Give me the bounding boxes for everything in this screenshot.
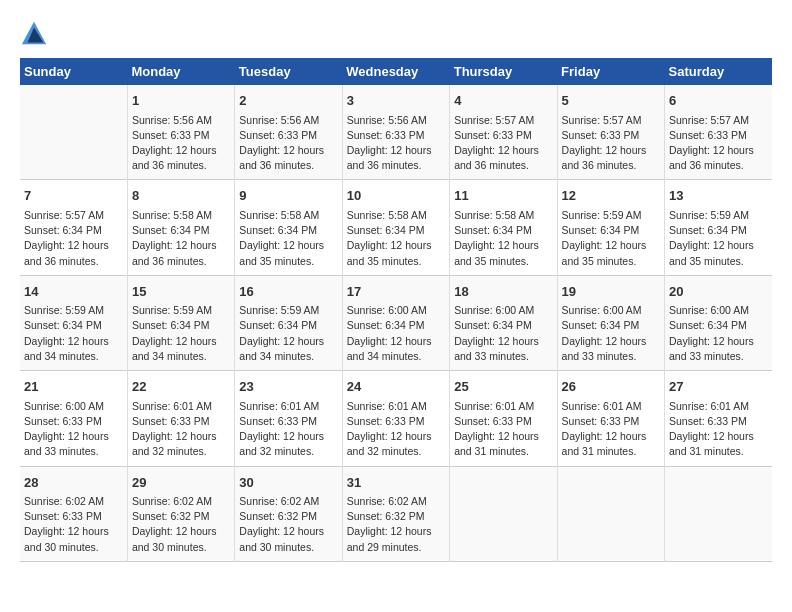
calendar-cell: 3Sunrise: 5:56 AM Sunset: 6:33 PM Daylig…: [342, 85, 449, 180]
calendar-week-row: 14Sunrise: 5:59 AM Sunset: 6:34 PM Dayli…: [20, 275, 772, 370]
calendar-cell: 12Sunrise: 5:59 AM Sunset: 6:34 PM Dayli…: [557, 180, 664, 275]
calendar-cell: 23Sunrise: 6:01 AM Sunset: 6:33 PM Dayli…: [235, 371, 342, 466]
day-of-week-header: Monday: [127, 58, 234, 85]
page-header: [20, 20, 772, 48]
calendar-cell: 28Sunrise: 6:02 AM Sunset: 6:33 PM Dayli…: [20, 466, 127, 561]
calendar-cell: 24Sunrise: 6:01 AM Sunset: 6:33 PM Dayli…: [342, 371, 449, 466]
calendar-cell: 29Sunrise: 6:02 AM Sunset: 6:32 PM Dayli…: [127, 466, 234, 561]
day-number: 20: [669, 282, 768, 302]
calendar-cell: 9Sunrise: 5:58 AM Sunset: 6:34 PM Daylig…: [235, 180, 342, 275]
day-info: Sunrise: 6:00 AM Sunset: 6:34 PM Dayligh…: [562, 303, 660, 364]
day-number: 10: [347, 186, 445, 206]
day-number: 2: [239, 91, 337, 111]
day-number: 28: [24, 473, 123, 493]
day-of-week-header: Sunday: [20, 58, 127, 85]
calendar-cell: 31Sunrise: 6:02 AM Sunset: 6:32 PM Dayli…: [342, 466, 449, 561]
calendar-cell: [557, 466, 664, 561]
day-info: Sunrise: 6:02 AM Sunset: 6:32 PM Dayligh…: [347, 494, 445, 555]
day-of-week-header: Thursday: [450, 58, 557, 85]
calendar-cell: 19Sunrise: 6:00 AM Sunset: 6:34 PM Dayli…: [557, 275, 664, 370]
day-number: 31: [347, 473, 445, 493]
day-number: 27: [669, 377, 768, 397]
calendar-cell: 26Sunrise: 6:01 AM Sunset: 6:33 PM Dayli…: [557, 371, 664, 466]
day-number: 3: [347, 91, 445, 111]
day-number: 7: [24, 186, 123, 206]
day-number: 13: [669, 186, 768, 206]
day-info: Sunrise: 5:57 AM Sunset: 6:33 PM Dayligh…: [454, 113, 552, 174]
day-number: 24: [347, 377, 445, 397]
day-number: 11: [454, 186, 552, 206]
calendar-cell: 20Sunrise: 6:00 AM Sunset: 6:34 PM Dayli…: [665, 275, 772, 370]
day-number: 26: [562, 377, 660, 397]
calendar-cell: 21Sunrise: 6:00 AM Sunset: 6:33 PM Dayli…: [20, 371, 127, 466]
day-info: Sunrise: 5:56 AM Sunset: 6:33 PM Dayligh…: [239, 113, 337, 174]
day-info: Sunrise: 6:00 AM Sunset: 6:33 PM Dayligh…: [24, 399, 123, 460]
day-info: Sunrise: 6:00 AM Sunset: 6:34 PM Dayligh…: [454, 303, 552, 364]
day-of-week-header: Wednesday: [342, 58, 449, 85]
calendar-week-row: 1Sunrise: 5:56 AM Sunset: 6:33 PM Daylig…: [20, 85, 772, 180]
day-info: Sunrise: 6:00 AM Sunset: 6:34 PM Dayligh…: [347, 303, 445, 364]
day-number: 19: [562, 282, 660, 302]
day-number: 15: [132, 282, 230, 302]
day-info: Sunrise: 6:01 AM Sunset: 6:33 PM Dayligh…: [132, 399, 230, 460]
day-number: 17: [347, 282, 445, 302]
calendar-cell: 18Sunrise: 6:00 AM Sunset: 6:34 PM Dayli…: [450, 275, 557, 370]
day-info: Sunrise: 6:01 AM Sunset: 6:33 PM Dayligh…: [239, 399, 337, 460]
day-info: Sunrise: 6:02 AM Sunset: 6:33 PM Dayligh…: [24, 494, 123, 555]
calendar-header-row: SundayMondayTuesdayWednesdayThursdayFrid…: [20, 58, 772, 85]
day-info: Sunrise: 6:02 AM Sunset: 6:32 PM Dayligh…: [132, 494, 230, 555]
day-info: Sunrise: 5:58 AM Sunset: 6:34 PM Dayligh…: [132, 208, 230, 269]
day-info: Sunrise: 6:01 AM Sunset: 6:33 PM Dayligh…: [454, 399, 552, 460]
calendar-cell: 16Sunrise: 5:59 AM Sunset: 6:34 PM Dayli…: [235, 275, 342, 370]
day-number: 23: [239, 377, 337, 397]
day-number: 29: [132, 473, 230, 493]
calendar-cell: 7Sunrise: 5:57 AM Sunset: 6:34 PM Daylig…: [20, 180, 127, 275]
day-number: 22: [132, 377, 230, 397]
day-number: 9: [239, 186, 337, 206]
day-number: 21: [24, 377, 123, 397]
day-number: 16: [239, 282, 337, 302]
day-info: Sunrise: 5:59 AM Sunset: 6:34 PM Dayligh…: [24, 303, 123, 364]
calendar-cell: [450, 466, 557, 561]
day-info: Sunrise: 5:56 AM Sunset: 6:33 PM Dayligh…: [347, 113, 445, 174]
calendar-cell: 17Sunrise: 6:00 AM Sunset: 6:34 PM Dayli…: [342, 275, 449, 370]
day-info: Sunrise: 5:58 AM Sunset: 6:34 PM Dayligh…: [454, 208, 552, 269]
calendar-cell: 10Sunrise: 5:58 AM Sunset: 6:34 PM Dayli…: [342, 180, 449, 275]
calendar-cell: 2Sunrise: 5:56 AM Sunset: 6:33 PM Daylig…: [235, 85, 342, 180]
day-info: Sunrise: 6:00 AM Sunset: 6:34 PM Dayligh…: [669, 303, 768, 364]
day-number: 30: [239, 473, 337, 493]
calendar-cell: 15Sunrise: 5:59 AM Sunset: 6:34 PM Dayli…: [127, 275, 234, 370]
calendar-cell: 5Sunrise: 5:57 AM Sunset: 6:33 PM Daylig…: [557, 85, 664, 180]
calendar-cell: 14Sunrise: 5:59 AM Sunset: 6:34 PM Dayli…: [20, 275, 127, 370]
day-number: 5: [562, 91, 660, 111]
day-info: Sunrise: 6:02 AM Sunset: 6:32 PM Dayligh…: [239, 494, 337, 555]
day-number: 4: [454, 91, 552, 111]
calendar-cell: 30Sunrise: 6:02 AM Sunset: 6:32 PM Dayli…: [235, 466, 342, 561]
calendar-week-row: 28Sunrise: 6:02 AM Sunset: 6:33 PM Dayli…: [20, 466, 772, 561]
day-info: Sunrise: 5:58 AM Sunset: 6:34 PM Dayligh…: [239, 208, 337, 269]
calendar-cell: 27Sunrise: 6:01 AM Sunset: 6:33 PM Dayli…: [665, 371, 772, 466]
calendar-cell: [665, 466, 772, 561]
day-info: Sunrise: 5:57 AM Sunset: 6:34 PM Dayligh…: [24, 208, 123, 269]
calendar-cell: 25Sunrise: 6:01 AM Sunset: 6:33 PM Dayli…: [450, 371, 557, 466]
day-number: 14: [24, 282, 123, 302]
day-number: 1: [132, 91, 230, 111]
calendar-cell: 11Sunrise: 5:58 AM Sunset: 6:34 PM Dayli…: [450, 180, 557, 275]
day-info: Sunrise: 5:57 AM Sunset: 6:33 PM Dayligh…: [562, 113, 660, 174]
day-number: 25: [454, 377, 552, 397]
day-number: 18: [454, 282, 552, 302]
day-info: Sunrise: 5:56 AM Sunset: 6:33 PM Dayligh…: [132, 113, 230, 174]
calendar-table: SundayMondayTuesdayWednesdayThursdayFrid…: [20, 58, 772, 562]
calendar-cell: 22Sunrise: 6:01 AM Sunset: 6:33 PM Dayli…: [127, 371, 234, 466]
logo: [20, 20, 50, 48]
day-info: Sunrise: 6:01 AM Sunset: 6:33 PM Dayligh…: [562, 399, 660, 460]
day-of-week-header: Saturday: [665, 58, 772, 85]
day-info: Sunrise: 5:59 AM Sunset: 6:34 PM Dayligh…: [669, 208, 768, 269]
day-number: 8: [132, 186, 230, 206]
day-info: Sunrise: 6:01 AM Sunset: 6:33 PM Dayligh…: [347, 399, 445, 460]
day-of-week-header: Tuesday: [235, 58, 342, 85]
calendar-cell: [20, 85, 127, 180]
calendar-cell: 6Sunrise: 5:57 AM Sunset: 6:33 PM Daylig…: [665, 85, 772, 180]
calendar-cell: 8Sunrise: 5:58 AM Sunset: 6:34 PM Daylig…: [127, 180, 234, 275]
day-info: Sunrise: 5:59 AM Sunset: 6:34 PM Dayligh…: [239, 303, 337, 364]
